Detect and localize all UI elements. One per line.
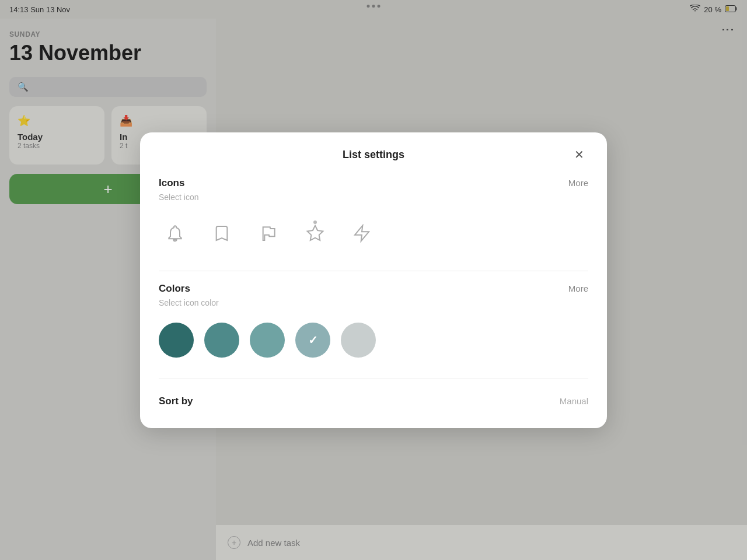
list-settings-modal: List settings ✕ Icons More Select icon (140, 132, 607, 428)
color-light-blue-grey-swatch[interactable]: ✓ (295, 323, 330, 358)
colors-section: Colors More Select icon color ✓ ✓ ✓ ✓ ✓ (159, 283, 588, 365)
icons-row (159, 212, 588, 257)
lightning-icon (352, 224, 371, 243)
svg-marker-3 (355, 225, 369, 241)
color-medium-teal-swatch[interactable]: ✓ (204, 323, 239, 358)
modal-title: List settings (343, 149, 404, 161)
lightning-icon-item[interactable] (345, 217, 378, 250)
color-light-teal-swatch[interactable]: ✓ (250, 323, 285, 358)
flag-icon-item[interactable] (252, 217, 285, 250)
bookmark-icon (212, 224, 231, 243)
sort-by-value: Manual (560, 396, 588, 406)
svg-marker-2 (308, 225, 323, 240)
colors-section-subtitle: Select icon color (159, 298, 588, 307)
icons-section: Icons More Select icon (159, 177, 588, 257)
colors-section-header: Colors More (159, 283, 588, 295)
bell-icon (166, 224, 184, 243)
color-dark-teal-swatch[interactable]: ✓ (159, 323, 194, 358)
icons-section-subtitle: Select icon (159, 192, 588, 202)
sort-by-row[interactable]: Sort by Manual (159, 391, 588, 412)
star-icon (306, 224, 324, 243)
colors-section-title: Colors (159, 283, 190, 295)
bookmark-icon-item[interactable] (205, 217, 238, 250)
sort-by-label: Sort by (159, 396, 193, 407)
colors-row: ✓ ✓ ✓ ✓ ✓ (159, 318, 588, 365)
icons-section-title: Icons (159, 177, 184, 189)
star-icon-item[interactable] (299, 217, 331, 250)
section-divider-1 (159, 271, 588, 271)
color-light-grey-swatch[interactable]: ✓ (341, 323, 376, 358)
icons-section-header: Icons More (159, 177, 588, 189)
bell-icon-item[interactable] (159, 217, 191, 250)
modal-close-button[interactable]: ✕ (570, 145, 588, 164)
section-divider-2 (159, 379, 588, 379)
modal-overlay: List settings ✕ Icons More Select icon (0, 0, 747, 560)
colors-more-button[interactable]: More (568, 284, 588, 293)
flag-icon (259, 224, 278, 243)
modal-header: List settings ✕ (159, 149, 588, 161)
color-check: ✓ (308, 333, 318, 347)
icons-more-button[interactable]: More (568, 178, 588, 188)
